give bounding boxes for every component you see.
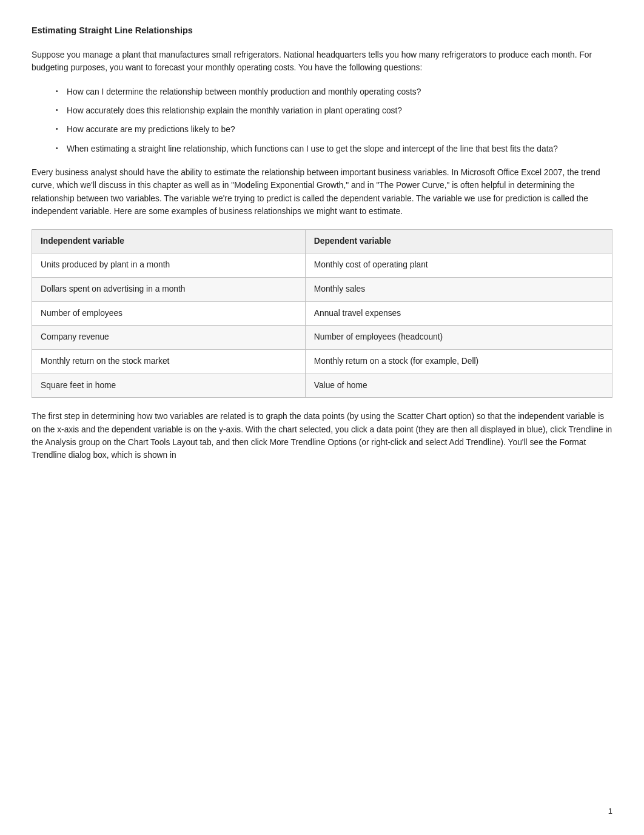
table-row: Units produced by plant in a monthMonthl… [32,253,612,278]
bullet-item-1: How can I determine the relationship bet… [56,86,612,98]
independent-var-cell: Number of employees [32,301,306,326]
page-number: 1 [608,805,612,817]
dependent-var-cell: Number of employees (headcount) [305,326,612,350]
bullet-list: How can I determine the relationship bet… [56,86,612,156]
table-header-row: Independent variable Dependent variable [32,229,612,253]
closing-paragraph: The first step in determining how two va… [32,410,612,462]
independent-var-cell: Monthly return on the stock market [32,349,306,374]
dependent-var-cell: Monthly cost of operating plant [305,253,612,278]
independent-var-cell: Units produced by plant in a month [32,253,306,278]
page-title: Estimating Straight Line Relationships [32,24,612,38]
table-row: Square feet in homeValue of home [32,374,612,398]
table-row: Monthly return on the stock marketMonthl… [32,349,612,374]
col-header-independent: Independent variable [32,229,306,253]
independent-var-cell: Dollars spent on advertising in a month [32,277,306,301]
bullet-item-3: How accurate are my predictions likely t… [56,123,612,136]
bullet-item-2: How accurately does this relationship ex… [56,104,612,117]
dependent-var-cell: Annual travel expenses [305,301,612,326]
bullet-item-4: When estimating a straight line relation… [56,143,612,155]
body-paragraph: Every business analyst should have the a… [32,166,612,218]
independent-var-cell: Company revenue [32,326,306,350]
table-row: Company revenueNumber of employees (head… [32,326,612,350]
dependent-var-cell: Monthly sales [305,277,612,301]
table-row: Number of employeesAnnual travel expense… [32,301,612,326]
independent-var-cell: Square feet in home [32,374,306,398]
dependent-var-cell: Value of home [305,374,612,398]
intro-paragraph: Suppose you manage a plant that manufact… [32,49,612,75]
page-container: Estimating Straight Line Relationships S… [0,0,644,835]
table-row: Dollars spent on advertising in a monthM… [32,277,612,301]
dependent-var-cell: Monthly return on a stock (for example, … [305,349,612,374]
col-header-dependent: Dependent variable [305,229,612,253]
relationships-table: Independent variable Dependent variable … [32,229,612,398]
